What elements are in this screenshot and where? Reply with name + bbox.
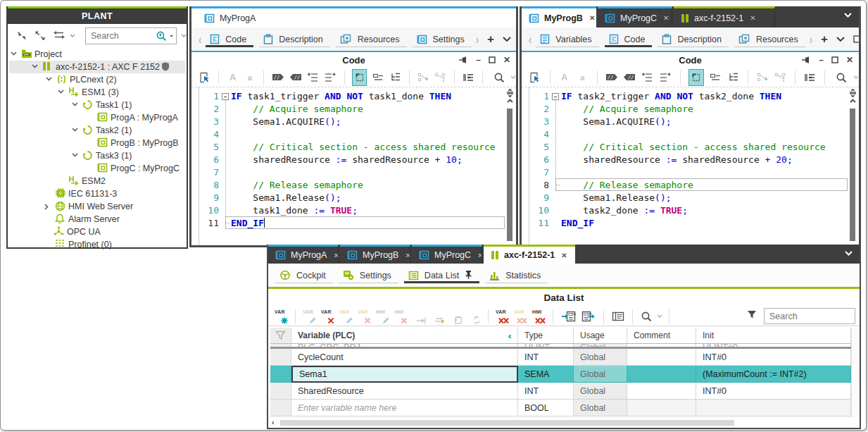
paste-variables-button[interactable] <box>448 309 463 324</box>
document-tab-myproga[interactable]: MyProgA <box>197 8 260 27</box>
chevron-down-icon[interactable] <box>11 51 17 56</box>
header-filter-cell[interactable] <box>270 328 291 344</box>
maximize-icon[interactable] <box>489 56 496 63</box>
tree-item-task3-1[interactable]: Task3 (1) <box>9 149 185 162</box>
tree-item-hmi-web-server[interactable]: HMI Web Server <box>9 200 185 213</box>
document-tab-myprogb[interactable]: MyProgB✕ <box>340 245 410 264</box>
view-tab-description[interactable]: Description <box>258 27 332 51</box>
search-button[interactable] <box>493 70 505 85</box>
scrollbar-thumb[interactable] <box>850 109 855 241</box>
column-header-variable[interactable]: Variable (PLC)‹ <box>291 328 518 344</box>
font-lower-button[interactable]: a <box>576 70 589 85</box>
chevron-down-icon[interactable] <box>72 102 78 106</box>
scroll-tabs-left-icon[interactable]: ‹ <box>529 32 532 47</box>
close-icon[interactable]: ✕ <box>503 56 510 64</box>
sidebar-list-button[interactable] <box>803 70 817 85</box>
goto-variable-button[interactable] <box>412 309 427 324</box>
fold-toggle-icon[interactable] <box>222 93 229 100</box>
chevron-down-icon[interactable] <box>58 90 64 94</box>
search-options-caret[interactable] <box>853 75 859 79</box>
tree-item-axc-f-2152-1-axc-f-2152[interactable]: axc-f-2152-1 : AXC F 2152 <box>9 61 185 73</box>
view-tab-statistics[interactable]: Statistics <box>484 264 549 287</box>
sync-variables-button[interactable] <box>467 309 482 324</box>
search-options-caret[interactable] <box>169 35 174 38</box>
tab-list-chevron-icon[interactable] <box>844 13 852 18</box>
chevron-down-icon[interactable] <box>72 153 78 157</box>
document-tab-axc-f-2152-1[interactable]: axc-f-2152-1✕ <box>674 6 775 27</box>
add-line-above-button[interactable] <box>641 70 655 85</box>
vertical-scrollbar[interactable] <box>849 87 857 242</box>
scroll-tabs-left-icon[interactable]: ‹ <box>199 32 201 47</box>
column-header-type[interactable]: Type <box>518 328 574 344</box>
add-button[interactable]: + <box>487 33 494 45</box>
tree-item-opc-ua[interactable]: OPC UA <box>9 226 185 238</box>
edit-hmi-button[interactable]: HMI <box>375 309 390 324</box>
minimize-icon[interactable]: – <box>819 56 824 64</box>
delete-all-hmi-button[interactable]: HMI <box>532 309 546 324</box>
view-tab-variables[interactable]: Variables <box>534 27 600 51</box>
code-editor[interactable]: 1234567891011IF task2_trigger AND NOT ta… <box>522 87 859 245</box>
add-variable-button[interactable]: VAR <box>274 309 289 324</box>
view-tab-settings[interactable]: Settings <box>411 27 473 51</box>
view-tab-cockpit[interactable]: Cockpit <box>274 264 334 287</box>
column-header-init[interactable]: Init <box>696 328 851 344</box>
delete-all-variables-button[interactable]: VAR <box>495 309 510 324</box>
view-tab-resources[interactable]: Resources <box>733 27 807 51</box>
tree-item-task2-1[interactable]: Task2 (1) <box>9 124 185 137</box>
tree-item-progb-myprogb[interactable]: ProgB : MyProgB <box>9 137 185 149</box>
add-line-below-button[interactable] <box>659 70 672 85</box>
datalist-search-field[interactable] <box>765 311 855 321</box>
watch-button[interactable] <box>709 70 722 85</box>
uncomment-button[interactable]: // <box>289 70 302 85</box>
tree-item-project[interactable]: Project <box>9 48 185 61</box>
close-tab-icon[interactable]: ✕ <box>589 14 595 22</box>
collapse-all-button[interactable] <box>16 30 27 41</box>
column-header-comment[interactable]: Comment <box>627 328 696 344</box>
tree-item-alarm-server[interactable]: Alarm Server <box>9 213 185 226</box>
add-line-above-button[interactable] <box>307 70 319 85</box>
table-row-cyclecount[interactable]: CycleCountINTGlobalINT#0 <box>270 349 851 366</box>
close-tab-icon[interactable]: ✕ <box>663 14 669 22</box>
delete-hmi-button[interactable]: HMI <box>394 309 408 324</box>
toolbar-overflow-icon[interactable] <box>70 34 75 37</box>
document-tab-myprogc[interactable]: MyProgC✕ <box>412 245 482 264</box>
tree-item-task1-1[interactable]: Task1 (1) <box>9 99 185 111</box>
comment-button[interactable]: // <box>272 70 284 85</box>
view-tab-code[interactable]: Code <box>603 27 654 51</box>
tree-item-iec-61131-3[interactable]: IEC 61131-3 <box>9 187 185 200</box>
tab-list-chevron-icon[interactable] <box>845 251 853 256</box>
plant-search-input[interactable] <box>85 27 177 44</box>
vertical-scrollbar[interactable] <box>851 328 860 418</box>
collapse-button[interactable] <box>836 37 845 42</box>
structure-button[interactable] <box>727 70 741 85</box>
filter-icon[interactable] <box>747 310 757 319</box>
watch-button[interactable] <box>372 70 384 85</box>
close-tab-icon[interactable]: ✕ <box>750 14 755 22</box>
scroll-up-icon[interactable] <box>507 99 513 103</box>
close-icon[interactable]: ✕ <box>846 56 853 64</box>
tree-item-esm2[interactable]: ESM2 <box>9 175 185 187</box>
export-csv-button[interactable]: CSV <box>580 309 597 323</box>
plant-search-field[interactable] <box>86 31 156 41</box>
datalist-search-input[interactable] <box>764 308 855 324</box>
chevron-down-icon[interactable] <box>46 77 52 81</box>
connect-target-button[interactable] <box>434 70 446 85</box>
close-tab-icon[interactable]: ✕ <box>477 252 482 259</box>
comment-button[interactable]: // <box>605 70 618 85</box>
close-tab-icon[interactable]: ✕ <box>333 252 339 259</box>
view-tab-resources[interactable]: Resources <box>334 27 408 51</box>
scrollbar-thumb[interactable] <box>280 420 734 426</box>
search-button[interactable] <box>835 70 848 85</box>
splitter-handle-icon[interactable] <box>849 89 857 97</box>
document-tab-myproga[interactable]: MyProgA✕ <box>268 245 339 264</box>
chevron-down-icon[interactable] <box>72 128 78 132</box>
horizontal-scrollbar[interactable]: ‹ <box>270 418 851 427</box>
collapse-column-icon[interactable]: ‹ <box>508 331 512 341</box>
font-upper-button[interactable]: A <box>227 70 239 85</box>
scroll-up-icon[interactable] <box>850 99 856 103</box>
vertical-scrollbar[interactable] <box>506 87 514 242</box>
table-row-new-variable[interactable]: Enter variable name hereBOOLGlobal <box>270 400 851 416</box>
document-tab-myprogb[interactable]: MyProgB✕ <box>522 6 596 27</box>
delete-variable-2-button[interactable]: VAR <box>357 309 372 324</box>
column-header-usage[interactable]: Usage <box>574 328 627 344</box>
